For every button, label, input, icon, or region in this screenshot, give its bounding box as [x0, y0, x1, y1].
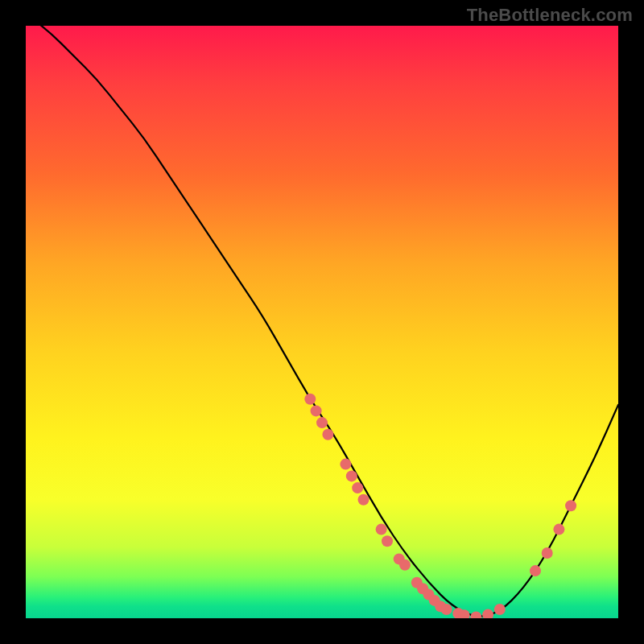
data-point [311, 405, 322, 416]
data-point [376, 524, 387, 535]
data-point [316, 417, 328, 428]
data-point [399, 559, 411, 571]
data-point [482, 609, 493, 618]
data-point [382, 535, 393, 547]
data-point [553, 524, 564, 535]
data-point [542, 547, 553, 559]
data-point [565, 500, 576, 511]
data-point [322, 429, 333, 440]
data-points-group [304, 394, 576, 618]
plot-area [26, 26, 618, 618]
chart-frame: TheBottleneck.com [0, 0, 644, 644]
watermark-text: TheBottleneck.com [467, 5, 633, 26]
bottleneck-curve [26, 26, 618, 617]
data-point [352, 482, 363, 493]
data-point [441, 604, 452, 615]
chart-svg [26, 26, 618, 618]
data-point [530, 565, 541, 576]
data-point [346, 470, 357, 481]
data-point [304, 394, 316, 405]
data-point [358, 494, 369, 506]
data-point [340, 459, 351, 470]
data-point [494, 604, 506, 615]
data-point [470, 612, 481, 619]
